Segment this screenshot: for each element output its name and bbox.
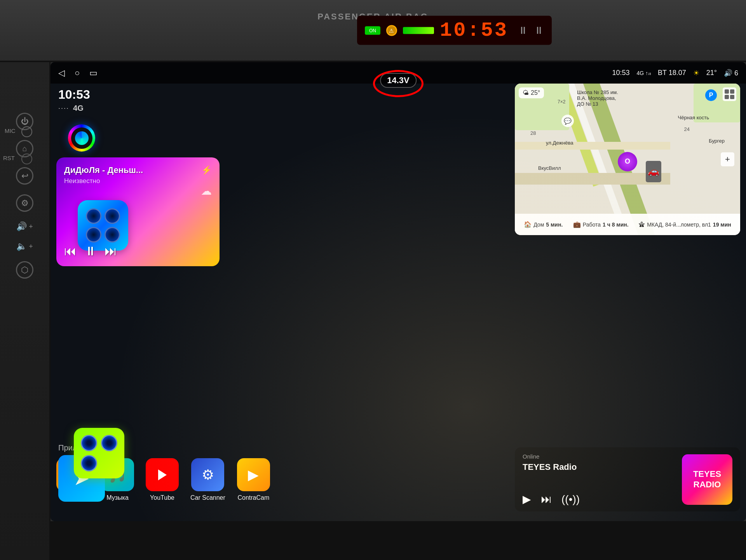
work-icon-dest: 💼 [573,221,581,228]
recents-nav-icon[interactable]: ▭ [89,68,98,78]
volume-up-button[interactable]: 🔊 + [16,222,33,232]
phone-cam-2 [101,435,117,451]
rst-circle [21,154,32,164]
parking-sign: P [705,89,717,101]
volume-down-button[interactable]: 🔈 + [16,241,33,251]
main-screen: ◁ ○ ▭ 14.3V 10:53 4G ↑ᵢₗₗ BT 18.07 ☀ 21°… [51,62,746,521]
screen-time: 10:53 [58,87,90,102]
back-nav-icon[interactable]: ◁ [58,68,65,78]
phone-cameras [86,208,120,242]
weather-icon: ☀ [693,69,699,77]
temperature-display: 21° [706,69,717,77]
highway-destination[interactable]: 🛣 МКАД, 84-й...лометр, вл1 19 мин [639,221,731,228]
map-label-school: Школа № 285 им.В.А. Молодцова,ДО № 13 [577,89,618,107]
dashboard-clock: 10:53 [440,19,508,42]
camera-lens-4 [105,227,120,242]
home-icon-dest: 🏠 [524,221,532,228]
grid-dot-1 [725,89,729,94]
teyes-logo[interactable]: TEYES RADIO [682,454,732,505]
map-grid-button[interactable] [723,87,736,101]
grid-dot-2 [730,89,734,94]
teyes-controls: ▶ ⏭ ((•)) [523,493,580,506]
teyes-radio-button[interactable]: ((•)) [561,493,580,506]
app-carscanner[interactable]: ⚙ Car Scanner [190,458,225,501]
map-widget[interactable]: Школа № 285 им.В.А. Молодцова,ДО № 13 Чё… [515,84,740,235]
cube-button[interactable]: ⬡ [16,261,33,279]
work-label: Работа [583,222,601,228]
next-button[interactable]: ⏭ [105,244,117,258]
volume-level: 🔊 6 [724,69,738,77]
pause-button[interactable]: ⏸ [84,244,97,258]
green-phone-card [74,428,124,478]
back-button[interactable]: ↩ [16,167,33,185]
online-label: Online [523,453,539,460]
clock-display: ON ⚠ 10:53 ⏸ ⏸ [357,16,552,45]
grid-dot-4 [730,95,734,99]
song-title: ДиДюЛя - Деньш... [64,165,212,175]
mic-label-static: MIC [5,127,16,134]
music-top-icons: ⚡ [201,165,212,175]
alice-icon [75,131,89,145]
app-youtube[interactable]: YouTube [146,458,179,501]
contracam-label: ContraCam [237,494,269,501]
home-destination[interactable]: 🏠 Дом 5 мин. [524,221,563,228]
top-dashboard-bar: PASSENGER AIR BAG ON ⚠ 10:53 ⏸ ⏸ [0,0,746,62]
grid-dot-3 [725,95,729,99]
map-label-vkusvill: ВкусВилл [538,165,561,171]
bluetooth-icon: ⚡ [201,165,212,175]
left-controls-panel: MIC RST ⏻ ⌂ ↩ ⚙ 🔊 + 🔈 + ⬡ [0,62,51,560]
carscanner-label: Car Scanner [190,494,225,501]
music-label: Музыка [106,494,129,501]
song-artist: Неизвестно [64,177,212,185]
map-number-7x2: 7×2 [558,99,565,105]
work-destination[interactable]: 💼 Работа 1 ч 8 мин. [573,221,629,228]
teyes-play-button[interactable]: ▶ [523,493,531,506]
signal-strength-icon: 4G ↑ᵢₗₗ [636,70,651,76]
yandex-alice-map-icon[interactable]: О [618,152,637,171]
map-road-horiz [515,142,670,150]
app-contracam[interactable]: ▶ ContraCam [237,458,270,501]
work-time: 1 ч 8 мин. [603,222,629,228]
home-nav-icon[interactable]: ○ [75,68,80,78]
left-info-panel: 10:53 ···· 4G [58,87,90,113]
map-label-black-bone: Чёрная кость [678,115,709,120]
map-number-24: 24 [684,126,690,132]
teyes-radio-label: TEYES Radio [523,462,577,472]
teyes-panel: Online TEYES Radio ▶ ⏭ ((•)) TEYES RADIO [515,447,740,511]
map-destinations-strip: 🏠 Дом 5 мин. 💼 Работа 1 ч 8 мин. 🛣 МКАД,… [515,214,740,235]
network-label: 4G [73,104,84,113]
map-label-burger: Бургер [709,138,725,144]
mic-circle [21,126,32,137]
alice-inner [71,127,92,149]
highway-time: 19 мин [713,222,731,228]
alice-button[interactable] [68,124,95,152]
camera-lens-1 [86,208,101,224]
highway-icon-dest: 🛣 [639,221,645,228]
camera-lens-3 [86,227,101,242]
home-time: 5 мин. [546,222,563,228]
phone-camera-grid [81,435,117,471]
teyes-next-button[interactable]: ⏭ [541,493,552,506]
nav-icons: ◁ ○ ▭ [58,68,98,78]
settings-button[interactable]: ⚙ [16,194,33,212]
home-label: Дом [533,222,544,228]
map-background: Школа № 285 им.В.А. Молодцова,ДО № 13 Чё… [515,84,740,235]
map-weather: 🌤 25° [519,87,544,98]
music-player-card[interactable]: ДиДюЛя - Деньш... Неизвестно ⚡ ☁ ⏮ ⏸ ⏭ [56,157,220,266]
status-bar: ◁ ○ ▭ 14.3V 10:53 4G ↑ᵢₗₗ BT 18.07 ☀ 21°… [51,62,746,84]
camera-lens-2 [105,208,120,224]
map-label-dejneva: ул.Дежнёва [546,140,573,146]
signal-dots: ···· [58,104,69,112]
teyes-logo-text: TEYES RADIO [693,469,721,490]
status-time: 10:53 [612,69,629,77]
phone-image [78,200,128,251]
carscanner-icon: ⚙ [191,458,224,491]
music-controls: ⏮ ⏸ ⏭ [64,244,212,258]
car-icon-map: 🚗 [646,161,661,182]
bluetooth-info: BT 18.07 [658,69,686,77]
bottom-strip [51,521,746,560]
prev-button[interactable]: ⏮ [64,244,77,258]
status-right-panel: 10:53 4G ↑ᵢₗₗ BT 18.07 ☀ 21° 🔊 6 [612,69,738,77]
phone-cam-1 [81,435,97,451]
map-zoom-in[interactable]: + [721,152,734,166]
